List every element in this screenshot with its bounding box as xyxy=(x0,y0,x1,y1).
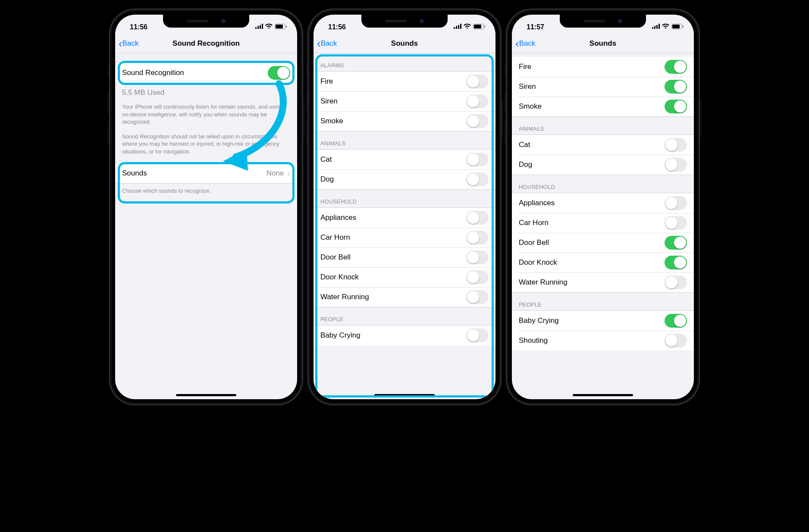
row-baby-crying[interactable]: Baby Crying xyxy=(314,325,495,345)
toggle-car-horn[interactable] xyxy=(665,216,687,230)
svg-rect-6 xyxy=(286,25,287,28)
toggle-cat[interactable] xyxy=(466,153,489,166)
back-button[interactable]: ‹ Back xyxy=(317,38,337,49)
volume-down-button[interactable] xyxy=(107,121,109,144)
sound-recognition-row[interactable]: Sound Recognition xyxy=(115,63,297,83)
row-door-bell[interactable]: Door Bell xyxy=(512,233,694,253)
toggle-cat[interactable] xyxy=(665,138,687,152)
toggle-smoke[interactable] xyxy=(665,100,687,113)
volume-up-button[interactable] xyxy=(107,91,109,114)
row-label: Cat xyxy=(519,141,530,149)
section-header-alarms: ALARMS xyxy=(314,53,495,71)
storage-used-label: 5.5 MB Used xyxy=(115,83,297,100)
row-door-knock[interactable]: Door Knock xyxy=(512,253,694,272)
svg-rect-5 xyxy=(276,25,283,28)
toggle-water-running[interactable] xyxy=(466,290,489,304)
chevron-left-icon: ‹ xyxy=(515,38,519,49)
row-water-running[interactable]: Water Running xyxy=(512,272,694,292)
row-fire[interactable]: Fire xyxy=(512,57,694,77)
home-indicator[interactable] xyxy=(573,394,633,396)
row-door-knock[interactable]: Door Knock xyxy=(314,267,495,287)
svg-rect-16 xyxy=(656,25,658,29)
back-button[interactable]: ‹ Back xyxy=(119,38,138,49)
home-indicator[interactable] xyxy=(374,394,435,396)
toggle-smoke[interactable] xyxy=(466,114,489,128)
svg-rect-2 xyxy=(260,25,261,29)
row-label: Door Bell xyxy=(519,238,549,247)
row-label: Dog xyxy=(519,160,532,169)
row-dog[interactable]: Dog xyxy=(314,169,495,189)
toggle-water-running[interactable] xyxy=(665,275,687,289)
row-label: Car Horn xyxy=(320,233,350,242)
signal-icon xyxy=(255,24,263,29)
volume-up-button[interactable] xyxy=(504,91,506,114)
row-dog[interactable]: Dog xyxy=(512,155,694,175)
volume-down-button[interactable] xyxy=(504,121,506,144)
screen-1: 11:56 ‹ Back Sound Recognition Sound Rec… xyxy=(115,15,297,399)
notch xyxy=(361,15,448,28)
row-label: Baby Crying xyxy=(320,331,361,340)
toggle-car-horn[interactable] xyxy=(466,231,489,244)
svg-rect-10 xyxy=(460,24,461,29)
battery-icon xyxy=(275,24,287,29)
row-label: Door Knock xyxy=(320,273,359,282)
row-shouting[interactable]: Shouting xyxy=(512,331,694,350)
toggle-dog[interactable] xyxy=(665,158,687,172)
row-door-bell[interactable]: Door Bell xyxy=(314,247,495,267)
row-baby-crying[interactable]: Baby Crying xyxy=(512,311,694,331)
mute-switch[interactable] xyxy=(107,65,109,78)
content-1: Sound Recognition 5.5 MB Used Your iPhon… xyxy=(115,53,297,399)
toggle-appliances[interactable] xyxy=(466,211,489,225)
mute-switch[interactable] xyxy=(306,65,307,78)
row-fire[interactable]: Fire xyxy=(314,72,495,91)
toggle-door-knock[interactable] xyxy=(665,256,687,269)
svg-rect-15 xyxy=(654,26,655,29)
toggle-baby-crying[interactable] xyxy=(466,329,489,342)
toggle-fire[interactable] xyxy=(466,75,489,88)
svg-rect-8 xyxy=(456,26,457,29)
row-label: Smoke xyxy=(320,117,343,125)
power-button[interactable] xyxy=(303,99,305,138)
row-cat[interactable]: Cat xyxy=(512,135,694,155)
toggle-fire[interactable] xyxy=(665,60,687,74)
mute-switch[interactable] xyxy=(504,65,506,78)
toggle-door-knock[interactable] xyxy=(466,270,489,284)
row-car-horn[interactable]: Car Horn xyxy=(314,228,495,247)
toggle-door-bell[interactable] xyxy=(466,250,489,264)
row-smoke[interactable]: Smoke xyxy=(314,111,495,131)
row-siren[interactable]: Siren xyxy=(512,77,694,97)
screen-3: 11:57 ‹ Back Sounds Fire Siren Smoke ANI… xyxy=(512,15,694,399)
row-label: Cat xyxy=(320,155,332,164)
volume-down-button[interactable] xyxy=(306,121,307,144)
toggle-siren[interactable] xyxy=(466,94,489,108)
sounds-label: Sounds xyxy=(122,169,147,178)
row-car-horn[interactable]: Car Horn xyxy=(512,213,694,233)
home-indicator[interactable] xyxy=(176,394,236,396)
sounds-row[interactable]: Sounds None › xyxy=(115,163,297,183)
row-appliances[interactable]: Appliances xyxy=(314,208,495,228)
row-cat[interactable]: Cat xyxy=(314,150,495,169)
svg-rect-12 xyxy=(474,25,481,28)
row-label: Shouting xyxy=(519,336,548,345)
toggle-door-bell[interactable] xyxy=(665,236,687,250)
toggle-dog[interactable] xyxy=(466,172,489,186)
toggle-baby-crying[interactable] xyxy=(665,314,687,328)
back-button[interactable]: ‹ Back xyxy=(515,38,535,49)
power-button[interactable] xyxy=(700,99,702,138)
svg-rect-0 xyxy=(255,27,257,29)
description-1: Your iPhone will continuously listen for… xyxy=(115,100,297,128)
row-smoke[interactable]: Smoke xyxy=(512,97,694,116)
row-siren[interactable]: Siren xyxy=(314,91,495,111)
row-label: Fire xyxy=(320,77,333,86)
toggle-siren[interactable] xyxy=(665,80,687,94)
row-appliances[interactable]: Appliances xyxy=(512,193,694,213)
volume-up-button[interactable] xyxy=(306,91,307,114)
toggle-shouting[interactable] xyxy=(665,334,687,347)
toggle-appliances[interactable] xyxy=(665,196,687,210)
back-label: Back xyxy=(519,39,536,48)
row-label: Appliances xyxy=(519,199,555,207)
sound-recognition-toggle[interactable] xyxy=(268,66,290,80)
phone-frame-1: 11:56 ‹ Back Sound Recognition Sound Rec… xyxy=(109,9,303,405)
row-water-running[interactable]: Water Running xyxy=(314,287,495,307)
power-button[interactable] xyxy=(502,99,503,138)
